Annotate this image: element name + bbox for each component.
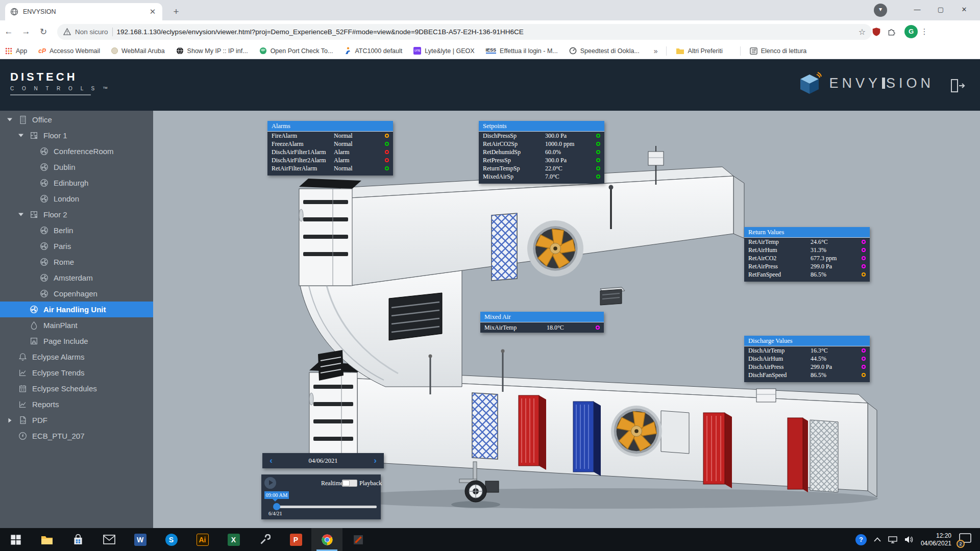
sidebar-item-ecb-ptu-207[interactable]: ECB_PTU_207 xyxy=(0,428,153,444)
fan-icon xyxy=(40,194,48,203)
bookmark-speedtest[interactable]: Speedtest di Ookla... xyxy=(569,47,640,55)
sidebar-item-pdf[interactable]: PDF xyxy=(0,412,153,428)
other-bookmarks-button[interactable]: Altri Preferiti xyxy=(676,47,723,55)
sidebar-item-eclypse-trends[interactable]: Eclypse Trends xyxy=(0,365,153,381)
taskbar-app-dev-tool[interactable] xyxy=(249,528,280,551)
caret-down-icon[interactable] xyxy=(6,116,13,123)
action-center-button[interactable]: 2 xyxy=(959,533,974,547)
taskbar-app-illustrator[interactable]: Ai xyxy=(187,528,218,551)
taskbar-app-word[interactable]: W xyxy=(125,528,156,551)
bookmark-open-port-check[interactable]: Open Port Check To... xyxy=(259,47,333,55)
sidebar-item-conferenceroom[interactable]: ConferenceRoom xyxy=(0,143,153,159)
bookmark-effettua-login[interactable]: IESS Effettua il login - M... xyxy=(486,47,558,55)
next-day-button[interactable]: › xyxy=(366,456,384,466)
network-icon[interactable] xyxy=(888,536,897,543)
taskbar-app-excel[interactable]: X xyxy=(218,528,249,551)
notification-badge: 2 xyxy=(957,540,965,548)
maximize-button[interactable]: ▢ xyxy=(929,0,952,19)
time-slider[interactable] xyxy=(274,506,377,508)
panel-header[interactable]: Discharge Values xyxy=(744,336,870,346)
gauge-icon xyxy=(18,432,27,440)
minimize-button[interactable]: — xyxy=(905,0,929,19)
bookmark-star-icon[interactable]: ☆ xyxy=(859,27,866,37)
reading-list-button[interactable]: Elenco di lettura xyxy=(750,47,807,55)
return-values-panel: Return Values RetAirTemp24.6°C RetAirHum… xyxy=(744,227,870,282)
iess-icon: IESS xyxy=(486,48,497,54)
bookmark-show-my-ip[interactable]: Show My IP :: IP inf... xyxy=(176,47,248,55)
status-ring xyxy=(385,158,389,162)
taskbar-clock[interactable]: 12:20 04/06/2021 xyxy=(921,532,951,547)
caret-down-icon[interactable] xyxy=(17,211,24,218)
status-ring xyxy=(862,357,866,361)
panel-header[interactable]: Alarms xyxy=(267,121,393,132)
reheat-coil-red xyxy=(703,413,732,488)
taskbar-start-button[interactable] xyxy=(0,528,31,551)
bookmarks-overflow-icon[interactable]: » xyxy=(654,47,658,55)
panel-header[interactable]: Mixed Air xyxy=(480,312,604,322)
status-ring xyxy=(862,248,866,252)
volume-icon[interactable] xyxy=(904,536,914,543)
bookmark-apps[interactable]: App xyxy=(5,47,27,55)
sidebar-item-eclypse-schedules[interactable]: Eclypse Schedules xyxy=(0,381,153,396)
bookmark-webmail-aruba[interactable]: WebMail Aruba xyxy=(111,47,165,55)
panel-row: RetAirCO2Sp1000.0 ppm xyxy=(479,140,604,148)
panel-header[interactable]: Setpoints xyxy=(479,121,604,132)
sidebar-item-reports[interactable]: Reports xyxy=(0,396,153,412)
menu-kebab-icon[interactable]: ⋮ xyxy=(918,27,931,36)
taskbar-app-file-explorer[interactable] xyxy=(31,528,62,551)
taskbar-app-chrome[interactable] xyxy=(311,528,342,551)
reload-icon[interactable]: ↻ xyxy=(35,27,52,37)
prev-day-button[interactable]: ‹ xyxy=(262,456,280,466)
sidebar-item-amsterdam[interactable]: Amsterdam xyxy=(0,270,153,286)
play-button[interactable] xyxy=(264,477,276,489)
caret-right-icon[interactable] xyxy=(6,417,13,424)
logout-button[interactable] xyxy=(950,79,966,93)
new-tab-button[interactable]: + xyxy=(169,5,183,18)
forward-icon[interactable]: → xyxy=(17,27,35,37)
media-controls-button[interactable]: ▾ xyxy=(874,4,887,17)
taskbar-app-editor[interactable] xyxy=(342,528,374,551)
address-bar[interactable]: Non sicuro 192.168.1.130/eclypse/envysio… xyxy=(57,24,872,40)
taskbar-app-microsoft-store[interactable] xyxy=(62,528,93,551)
heating-coil-red xyxy=(519,395,546,470)
tab-close-icon[interactable]: ✕ xyxy=(148,7,157,16)
sidebar-item-edinburgh[interactable]: Edinburgh xyxy=(0,175,153,191)
help-tray-icon[interactable]: ? xyxy=(855,534,867,545)
taskbar-app-skype[interactable]: S xyxy=(156,528,187,551)
sidebar-item-dublin[interactable]: Dublin xyxy=(0,159,153,175)
close-button[interactable]: ✕ xyxy=(952,0,976,19)
sidebar-item-eclypse-alarms[interactable]: Eclypse Alarms xyxy=(0,349,153,365)
back-icon[interactable]: ← xyxy=(0,27,17,37)
panel-header[interactable]: Return Values xyxy=(744,227,870,238)
tray-chevron-icon[interactable] xyxy=(874,537,881,542)
ublock-extension-icon[interactable] xyxy=(872,27,887,36)
taskbar-app-powerpoint[interactable]: P xyxy=(280,528,311,551)
sidebar-item-copenhagen[interactable]: Copenhagen xyxy=(0,286,153,302)
sidebar-item-rome[interactable]: Rome xyxy=(0,254,153,270)
slider-thumb[interactable] xyxy=(273,503,280,510)
sidebar-item-floor-2[interactable]: Floor 2 xyxy=(0,207,153,222)
word-icon: W xyxy=(134,534,146,546)
browser-tab[interactable]: ENVYSION ✕ xyxy=(5,3,162,20)
taskbar-app-mail[interactable] xyxy=(93,528,125,551)
extensions-puzzle-icon[interactable] xyxy=(887,27,902,36)
sidebar-item-paris[interactable]: Paris xyxy=(0,238,153,254)
url-text[interactable]: 192.168.1.130/eclypse/envysion/viewer.ht… xyxy=(117,28,854,36)
sidebar-item-air-handling-unit[interactable]: Air Handling Unit xyxy=(0,302,153,317)
fan-icon xyxy=(40,242,48,251)
profile-avatar[interactable]: G xyxy=(904,25,918,38)
security-label[interactable]: Non sicuro xyxy=(75,28,108,36)
bookmark-lyte-geox[interactable]: LYTE Lyte&lyte | GEOX xyxy=(413,47,474,55)
bookmark-accesso-webmail[interactable]: cP Accesso Webmail xyxy=(38,47,100,55)
caret-down-icon[interactable] xyxy=(17,132,24,139)
sidebar-item-berlin[interactable]: Berlin xyxy=(0,222,153,238)
sidebar-item-floor-1[interactable]: Floor 1 xyxy=(0,128,153,143)
return-filter xyxy=(492,213,517,281)
toggle-knob[interactable] xyxy=(342,480,350,486)
realtime-playback-toggle[interactable] xyxy=(342,480,357,487)
sidebar-item-office[interactable]: Office xyxy=(0,112,153,128)
sidebar-item-mainplant[interactable]: MainPlant xyxy=(0,317,153,333)
bookmark-atc1000[interactable]: ATC1000 default xyxy=(344,47,402,55)
sidebar-item-page-include[interactable]: Page Include xyxy=(0,333,153,349)
sidebar-item-london[interactable]: London xyxy=(0,191,153,207)
